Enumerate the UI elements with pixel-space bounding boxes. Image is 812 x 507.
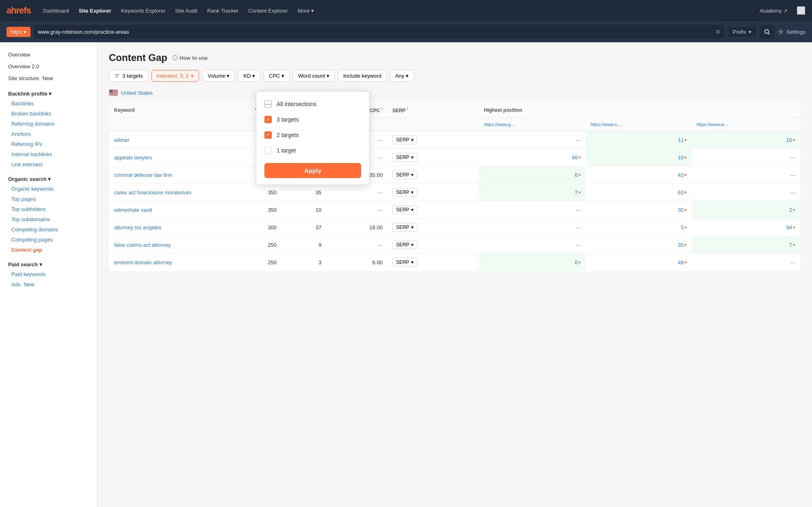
pos1-cell: 7▾ (479, 184, 586, 201)
volume-cell: 350 (199, 201, 282, 219)
keyword-cell[interactable]: wilmer (109, 131, 199, 149)
keyword-cell[interactable]: wilmerhale vault (109, 201, 199, 219)
sidebar-link-referring-ips[interactable]: Referring IPs (0, 139, 97, 149)
url-col-1[interactable]: https://www.g... (479, 118, 586, 131)
how-to-use-link[interactable]: How to use (172, 55, 208, 61)
keyword-cell[interactable]: cares act foreclosure moratorium (109, 184, 199, 201)
sidebar-link-backlinks[interactable]: Backlinks (0, 98, 97, 109)
sidebar-item-site-structure[interactable]: Site structure New (0, 72, 97, 84)
table-header-row: Keyword Volume ▾ KD CPC i (109, 102, 801, 118)
sidebar-link-broken-backlinks[interactable]: Broken backlinks (0, 109, 97, 119)
sidebar-link-referring-domains[interactable]: Referring domains (0, 119, 97, 129)
location-selector[interactable]: 🇺🇸 United States (109, 88, 801, 97)
volume-dropdown[interactable]: Volume ▾ (202, 70, 235, 82)
keyword-cell[interactable]: eminent domain attorney (109, 254, 199, 271)
pos3-cell: 7▾ (692, 236, 800, 254)
sidebar-section-paid[interactable]: Paid search ▾ (0, 258, 97, 269)
cpc-dropdown[interactable]: CPC ▾ (264, 70, 290, 82)
1-target-checkbox[interactable] (264, 147, 272, 154)
dropdown-3-targets[interactable]: ✓ 3 targets (256, 112, 369, 127)
search-button[interactable] (760, 25, 774, 39)
url-clear-icon[interactable]: ✕ (715, 28, 721, 36)
nav-content-explorer[interactable]: Content Explorer (244, 5, 292, 16)
prefix-dropdown[interactable]: Prefix ▾ (728, 27, 756, 37)
sidebar-section-organic[interactable]: Organic search ▾ (0, 173, 97, 184)
dropdown-1-target[interactable]: 1 target (256, 143, 369, 158)
all-intersections-checkbox[interactable]: — (264, 100, 272, 108)
serp-button[interactable]: SERP ▾ (392, 170, 417, 179)
sidebar-link-organic-keywords[interactable]: Organic keywords (0, 184, 97, 194)
protocol-dropdown[interactable]: https ▾ (6, 27, 30, 37)
keyword-cell[interactable]: criminal defense law firm (109, 166, 199, 184)
sidebar-link-intersect[interactable]: Link intersect (0, 159, 97, 170)
intersect-dropdown[interactable]: Intersect: 3, 2 ▾ (152, 70, 199, 82)
cpc-cell: — (326, 236, 388, 254)
serp-button[interactable]: SERP ▾ (392, 223, 417, 232)
logo[interactable]: ahrefs (6, 5, 31, 16)
kd-dropdown[interactable]: KD ▾ (238, 70, 260, 82)
page-title: Content Gap (109, 52, 167, 63)
us-flag-icon: 🇺🇸 (109, 88, 118, 97)
sidebar-link-internal-backlinks[interactable]: Internal backlinks (0, 149, 97, 159)
serp-button[interactable]: SERP ▾ (392, 240, 417, 249)
url-col-2[interactable]: https://www.s... (586, 118, 692, 131)
sidebar-link-content-gap[interactable]: Content gap (0, 245, 97, 255)
keyword-cell[interactable]: attorney los angeles (109, 219, 199, 236)
sidebar-item-overview2[interactable]: Overview 2.0 (0, 61, 97, 72)
pos1-cell: — (479, 201, 586, 219)
serp-button[interactable]: SERP ▾ (392, 153, 417, 162)
nav-more[interactable]: More ▾ (294, 5, 318, 16)
nav-site-explorer[interactable]: Site Explorer (75, 5, 115, 16)
serp-cell: SERP ▾ (388, 236, 479, 254)
serp-cell: SERP ▾ (388, 201, 479, 219)
table-row: cares act foreclosure moratorium 350 35 … (109, 184, 801, 201)
main-content: Content Gap How to use 3 targets Interse… (97, 42, 812, 507)
apply-button[interactable]: Apply (264, 163, 361, 178)
kd-cell: 35 (281, 184, 326, 201)
url-col-3[interactable]: https://www.w... (692, 118, 800, 131)
cpc-cell: — (326, 184, 388, 201)
svg-point-0 (765, 30, 769, 33)
2-targets-checkbox[interactable]: ✓ (264, 131, 272, 139)
sidebar-link-top-subfolders[interactable]: Top subfolders (0, 204, 97, 214)
sidebar-link-top-subdomains[interactable]: Top subdomains (0, 214, 97, 224)
pos2-cell: 48▾ (586, 254, 692, 271)
include-any-dropdown[interactable]: Any ▾ (390, 70, 414, 82)
sidebar-link-top-pages[interactable]: Top pages (0, 194, 97, 204)
table-row: appeals lawyers 1,600 30 — SERP ▾ 66▾ 10… (109, 149, 801, 166)
sidebar-link-competing-pages[interactable]: Competing pages (0, 235, 97, 245)
sidebar-link-ads[interactable]: Ads New (0, 279, 97, 289)
serp-button[interactable]: SERP ▾ (392, 258, 417, 267)
nav-keywords-explorer[interactable]: Keywords Explorer (117, 5, 169, 16)
volume-cell: 250 (199, 236, 282, 254)
url-input[interactable] (38, 29, 715, 35)
dropdown-2-targets[interactable]: ✓ 2 targets (256, 127, 369, 143)
serp-button[interactable]: SERP ▾ (392, 135, 417, 144)
dropdown-all-intersections[interactable]: — All intersections (256, 96, 369, 112)
nav-rank-tracker[interactable]: Rank Tracker (203, 5, 243, 16)
sidebar-link-anchors[interactable]: Anchors (0, 129, 97, 139)
word-count-dropdown[interactable]: Word count ▾ (293, 70, 335, 82)
keyword-cell[interactable]: appeals lawyers (109, 149, 199, 166)
3-targets-checkbox[interactable]: ✓ (264, 116, 272, 123)
settings-button[interactable]: Settings (777, 28, 806, 35)
keyword-cell[interactable]: false claims act attorney (109, 236, 199, 254)
kd-cell: 3 (281, 254, 326, 271)
pos3-cell: 2▾ (692, 201, 800, 219)
sidebar-link-paid-keywords[interactable]: Paid keywords (0, 269, 97, 279)
sidebar-link-competing-domains[interactable]: Competing domains (0, 224, 97, 235)
pos3-cell: 10▾ (692, 131, 800, 149)
nav-dashboard[interactable]: Dashboard (39, 5, 73, 16)
targets-button[interactable]: 3 targets (109, 70, 148, 82)
sidebar-item-overview[interactable]: Overview (0, 49, 97, 61)
serp-button[interactable]: SERP ▾ (392, 188, 417, 197)
url-input-container: ✕ (34, 25, 725, 39)
window-control-icon[interactable]: ⬜ (797, 6, 806, 15)
sidebar-section-backlink[interactable]: Backlink profile ▾ (0, 87, 97, 98)
pos2-cell: 63▾ (586, 184, 692, 201)
include-keyword-input[interactable]: Include keyword (338, 70, 387, 82)
volume-cell: 300 (199, 219, 282, 236)
nav-academy[interactable]: Academy ↗ (756, 5, 792, 16)
serp-button[interactable]: SERP ▾ (392, 205, 417, 214)
nav-site-audit[interactable]: Site Audit (171, 5, 201, 16)
